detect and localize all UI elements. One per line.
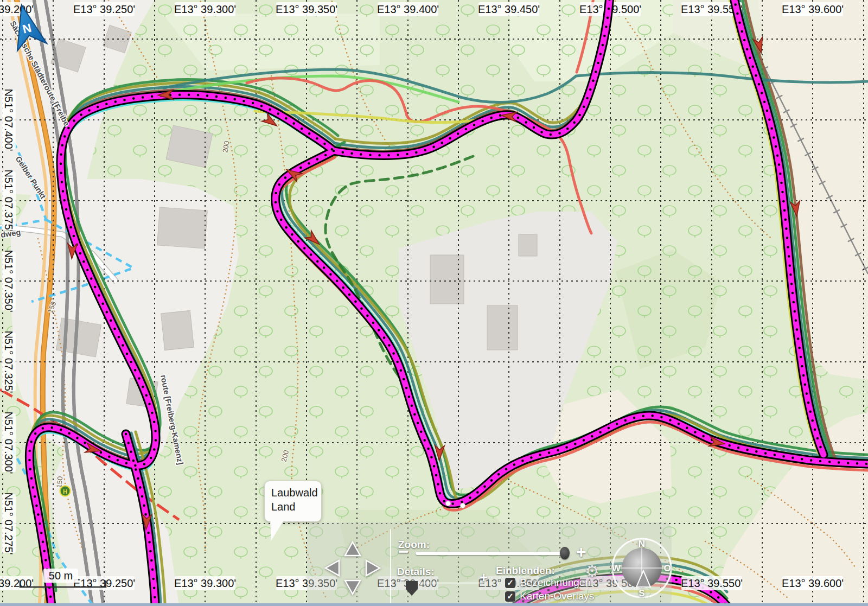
lat-label: N51° 07.275' [3, 492, 15, 554]
zoom-out-button[interactable]: − [398, 542, 409, 560]
lon-label: E13° 39.400' [377, 3, 439, 15]
map-controls-panel: Zoom: − + Details: - + Einblenden: ⚙ ✓ B… [307, 522, 672, 606]
lon-label: E13° 39.450' [478, 3, 540, 15]
lon-label: E13° 39.250' [73, 3, 135, 15]
pan-control [307, 522, 399, 606]
pan-left-button[interactable] [326, 560, 339, 576]
checkbox-karten-overlays[interactable]: ✓ Karten-Overlays [505, 590, 594, 602]
waypoint-dot [446, 501, 451, 506]
lat-label: N51° 07.325' [3, 330, 15, 393]
compass-north-label: N [639, 539, 645, 549]
compass-west-label: W [612, 563, 621, 573]
svg-text:H: H [63, 488, 67, 495]
details-slider-track[interactable] [413, 582, 483, 584]
compass-rose[interactable]: N W O S [609, 535, 674, 601]
map-application: E13° 39.200' E13° 39.250' E13° 39.300' E… [0, 0, 868, 606]
lon-label: E13° 39.600' [782, 577, 844, 589]
compass-south-label: S [639, 588, 644, 598]
tooltip-line2: Land [271, 500, 321, 514]
compass-east-label: O [663, 563, 671, 573]
details-decrease-button[interactable]: - [400, 570, 405, 587]
details-increase-button[interactable]: + [480, 569, 488, 586]
waypoint-dot [461, 503, 465, 508]
lon-label: E13° 39.200' [0, 3, 34, 15]
lon-label: E13° 39.350' [276, 3, 337, 15]
pan-up-button[interactable] [345, 542, 360, 556]
overlays-label: Einblenden: [496, 565, 555, 577]
scale-bar-label: 50 m [49, 570, 73, 582]
zoom-slider-track[interactable] [416, 552, 564, 555]
bus-stop-icon: H [60, 486, 71, 496]
lat-label: N51° 07.400' [3, 88, 15, 151]
window-edge-strip [0, 603, 868, 606]
details-slider-thumb[interactable] [406, 581, 418, 596]
lat-label: N51° 07.375' [3, 169, 15, 232]
pan-right-button[interactable] [366, 560, 380, 576]
map-tooltip: Laubwald Land [264, 481, 322, 522]
lat-label: N51° 07.300' [3, 411, 15, 474]
checkbox-label: Bezeichnungen [520, 577, 591, 589]
checkbox-bezeichnungen[interactable]: ✓ Bezeichnungen [505, 577, 591, 589]
lon-label: E13° 39.300' [174, 3, 236, 15]
zoom-slider-knob[interactable] [560, 547, 570, 559]
pan-down-button[interactable] [345, 581, 360, 594]
tooltip-line1: Laubwald [271, 486, 321, 500]
grid-labels-top: E13° 39.200' E13° 39.250' E13° 39.300' E… [0, 2, 844, 16]
lon-label: E13° 39.550' [681, 577, 743, 589]
lon-label: E13° 39.300' [174, 577, 236, 589]
checkbox-checked-icon[interactable]: ✓ [505, 578, 515, 588]
checkbox-checked-icon[interactable]: ✓ [505, 591, 515, 602]
panel-divider [390, 529, 391, 604]
zoom-in-button[interactable]: + [576, 542, 586, 562]
map-canvas[interactable]: E13° 39.200' E13° 39.250' E13° 39.300' E… [0, 0, 868, 606]
checkbox-label: Karten-Overlays [520, 590, 594, 602]
lon-label: E13° 39.600' [782, 3, 844, 15]
lat-label: N51° 07.350' [3, 250, 15, 312]
